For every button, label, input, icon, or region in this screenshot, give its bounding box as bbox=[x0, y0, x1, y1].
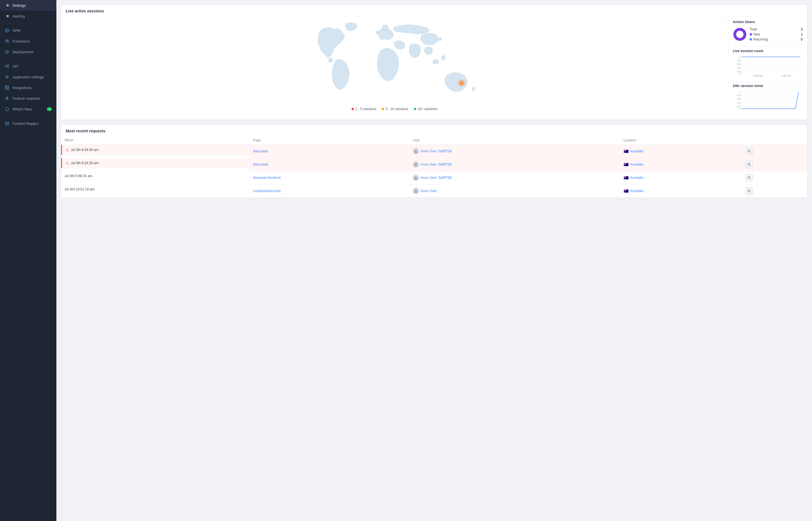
live-sessions-title: Live active sessions bbox=[61, 5, 807, 16]
sidebar-label: What's New bbox=[13, 107, 32, 111]
integrations-icon bbox=[4, 85, 9, 90]
legend-dot-red bbox=[351, 108, 354, 110]
sidebar-item-deployments[interactable]: Deployments bbox=[0, 46, 57, 57]
sidebar-item-alerting[interactable]: Alerting bbox=[0, 11, 57, 21]
sidebar-label: Contact Raygun bbox=[13, 121, 39, 126]
dot-icon bbox=[4, 14, 9, 19]
avatar bbox=[413, 161, 419, 167]
sidebar-label: Application settings bbox=[13, 75, 44, 79]
sidebar-label: Deployments bbox=[13, 50, 34, 54]
svg-rect-12 bbox=[5, 122, 9, 125]
session-trend-chart: 1 0.8 0.6 0.4 0.2 0 bbox=[733, 90, 803, 112]
table-row: Jul 5th 5:56:31 am /bedroom-furniture An… bbox=[61, 171, 807, 184]
donut-chart bbox=[733, 27, 747, 41]
legend-item-mid: 5 - 10 sessions bbox=[382, 107, 408, 111]
cell-location: 🇦🇺 Australia bbox=[620, 184, 742, 198]
sidebar-label: Feature requests bbox=[13, 96, 40, 100]
sidebar-item-whats-new[interactable]: What's New 1 bbox=[0, 104, 57, 114]
svg-point-4 bbox=[7, 65, 9, 66]
svg-text:0.4: 0.4 bbox=[737, 66, 741, 69]
svg-rect-9 bbox=[5, 88, 7, 90]
active-users-row: Total 1 New 1 bbox=[733, 27, 803, 42]
svg-text:6:36 AM: 6:36 AM bbox=[781, 74, 791, 77]
legend-item-high: 10+ sessions bbox=[414, 107, 437, 111]
au-new-row: New 1 bbox=[750, 32, 803, 37]
svg-text:0.4: 0.4 bbox=[737, 101, 741, 104]
au-returning-dot bbox=[750, 38, 752, 41]
live-session-count-chart: 1 0.8 0.6 0.4 0.2 0 6:35 AM 6:36 AM bbox=[733, 54, 803, 77]
cell-page: /kids-beds bbox=[250, 145, 409, 158]
sidebar-item-settings[interactable]: Settings bbox=[0, 0, 57, 11]
svg-line-45 bbox=[750, 152, 750, 153]
user-label: Anon User: 5af5f758 bbox=[421, 162, 452, 166]
requests-table: When Page User Location ⚠Jul 5th 6:34:30… bbox=[61, 136, 807, 198]
view-button[interactable] bbox=[745, 148, 753, 155]
page-link[interactable]: /kids-beds bbox=[253, 149, 269, 153]
avatar bbox=[413, 148, 419, 154]
au-returning-value: 0 bbox=[801, 38, 803, 41]
legend-label-high: 10+ sessions bbox=[418, 107, 437, 111]
sidebar-item-integrations[interactable]: Integrations bbox=[0, 82, 57, 93]
svg-point-49 bbox=[415, 176, 417, 178]
svg-text:0: 0 bbox=[739, 72, 741, 75]
cell-user: Anon User: 5af5f758 bbox=[409, 145, 620, 158]
au-total-row: Total 1 bbox=[750, 27, 803, 32]
flag-icon: 🇦🇺 bbox=[624, 149, 628, 154]
view-button[interactable] bbox=[745, 174, 753, 181]
active-users-section: Active Users Total 1 bbox=[733, 20, 803, 42]
cell-user: Anon User: 5af5f758 bbox=[409, 158, 620, 171]
cell-action bbox=[742, 158, 807, 171]
cell-when: ⚠Jul 5th 6:34:30 am bbox=[61, 145, 250, 155]
sidebar-item-api[interactable]: API bbox=[0, 61, 57, 71]
recent-requests-title: Most recent requests bbox=[61, 125, 807, 136]
active-users-title: Active Users bbox=[733, 20, 803, 24]
table-row: Jul 3rd 10:51:18 am /customer/account An… bbox=[61, 184, 807, 198]
view-button[interactable] bbox=[745, 187, 753, 195]
page-link[interactable]: /kids-beds bbox=[253, 162, 269, 166]
cell-location: 🇦🇺 Australia bbox=[620, 171, 742, 184]
au-new-label: New bbox=[750, 32, 760, 36]
svg-point-52 bbox=[415, 189, 417, 191]
location-label: Australia bbox=[630, 149, 643, 153]
legend-dot-green bbox=[414, 108, 416, 110]
view-button[interactable] bbox=[745, 161, 753, 168]
deployments-icon bbox=[4, 49, 9, 54]
svg-text:6:35 AM: 6:35 AM bbox=[753, 74, 762, 77]
whats-new-icon bbox=[4, 107, 9, 112]
map-legend: 1 - 5 sessions 5 - 10 sessions 10+ sessi… bbox=[66, 104, 724, 112]
svg-text:0.6: 0.6 bbox=[737, 98, 741, 100]
live-sessions-body: .land { fill: #d4e4f0; stroke: #b8cedd; … bbox=[61, 16, 807, 120]
cell-when: Jul 5th 5:56:31 am bbox=[61, 171, 250, 181]
cell-action bbox=[742, 184, 807, 198]
requests-tbody: ⚠Jul 5th 6:34:30 am /kids-beds Anon User… bbox=[61, 145, 807, 198]
sidebar-item-app-settings[interactable]: Application settings bbox=[0, 71, 57, 82]
legend-item-low: 1 - 5 sessions bbox=[351, 107, 376, 111]
au-new-dot bbox=[750, 33, 752, 36]
svg-point-2 bbox=[7, 40, 9, 41]
table-row: ⚠Jul 5th 6:34:30 am /kids-beds Anon User… bbox=[61, 158, 807, 171]
sidebar-item-apm[interactable]: APM bbox=[0, 25, 57, 36]
sidebar: Settings Alerting APM Customers Deployme… bbox=[0, 0, 57, 521]
sidebar-item-contact[interactable]: Contact Raygun bbox=[0, 118, 57, 129]
svg-line-51 bbox=[750, 178, 750, 179]
col-page: Page bbox=[250, 136, 409, 145]
whats-new-badge: 1 bbox=[47, 107, 52, 111]
sidebar-label: Customers bbox=[13, 39, 30, 43]
cell-when: ⚠Jul 5th 6:34:30 am bbox=[61, 158, 250, 168]
au-total-value: 1 bbox=[801, 27, 803, 31]
svg-rect-10 bbox=[7, 88, 9, 90]
active-users-table: Total 1 New 1 bbox=[750, 27, 803, 42]
flag-icon: 🇦🇺 bbox=[624, 176, 628, 180]
au-returning-label: Returning bbox=[750, 38, 768, 41]
page-link[interactable]: /customer/account bbox=[253, 189, 280, 193]
user-label: Anon User: 5af5f758 bbox=[421, 176, 452, 180]
svg-text:1: 1 bbox=[739, 55, 741, 58]
location-label: Australia bbox=[630, 162, 643, 166]
right-panel: Active Users Total 1 bbox=[728, 16, 807, 120]
legend-label-low: 1 - 5 sessions bbox=[355, 107, 376, 111]
page-link[interactable]: /bedroom-furniture bbox=[253, 176, 281, 180]
sidebar-item-customers[interactable]: Customers bbox=[0, 36, 57, 46]
sidebar-item-feature-requests[interactable]: Feature requests bbox=[0, 93, 57, 104]
cell-user: Anon User: 5af5f758 bbox=[409, 171, 620, 184]
error-icon: ⚠ bbox=[65, 161, 69, 165]
